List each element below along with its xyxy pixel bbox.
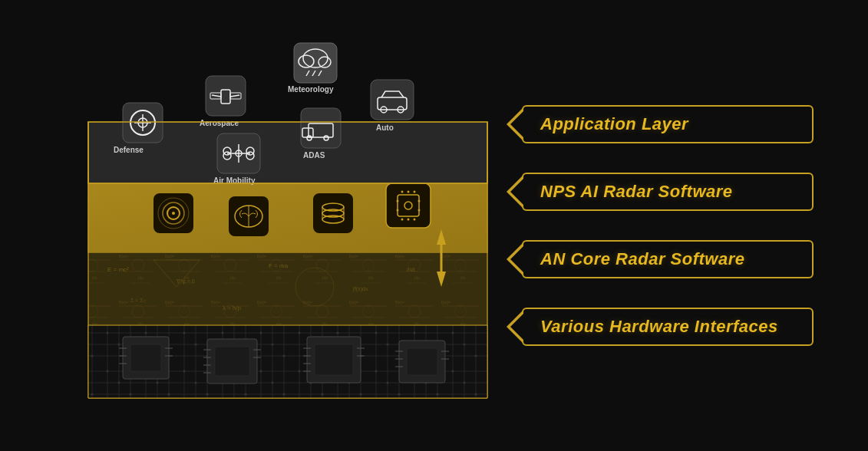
isometric-diagram: f(x)= ∫dx: [23, 18, 499, 433]
svg-text:∂/∂t: ∂/∂t: [407, 267, 415, 272]
svg-text:λ = h/p: λ = h/p: [223, 305, 242, 311]
svg-point-68: [172, 212, 175, 215]
svg-text:Defense: Defense: [114, 146, 144, 154]
svg-text:E = mc²: E = mc²: [107, 266, 129, 273]
svg-rect-36: [315, 344, 353, 375]
labels-panel: Application Layer NPS AI Radar Software …: [499, 105, 837, 346]
main-container: f(x)= ∫dx: [0, 0, 868, 451]
svg-text:Σ = Σ₀: Σ = Σ₀: [130, 298, 146, 303]
svg-rect-21: [130, 344, 161, 371]
svg-text:∫f(x)dx: ∫f(x)dx: [352, 286, 368, 292]
svg-point-90: [414, 219, 416, 221]
svg-text:∇²φ = 0: ∇²φ = 0: [176, 278, 195, 285]
svg-rect-72: [313, 193, 353, 233]
label-badge-nps: NPS AI Radar Software: [522, 173, 814, 211]
label-badge-hardware: Various Hardware Interfaces: [522, 308, 814, 346]
svg-rect-78: [386, 183, 431, 228]
svg-text:ADAS: ADAS: [303, 151, 325, 160]
label-item-nps: NPS AI Radar Software: [522, 173, 837, 211]
label-badge-an-core: AN Core Radar Software: [522, 240, 814, 278]
label-item-hardware: Various Hardware Interfaces: [522, 308, 837, 346]
svg-text:Auto: Auto: [376, 123, 394, 132]
label-badge-application: Application Layer: [522, 105, 814, 143]
svg-point-87: [414, 191, 416, 193]
hardware-interfaces-label: Various Hardware Interfaces: [540, 317, 778, 336]
nps-ai-radar-label: NPS AI Radar Software: [540, 182, 733, 201]
svg-rect-44: [407, 348, 437, 375]
label-item-application: Application Layer: [522, 105, 837, 143]
svg-rect-28: [215, 347, 249, 376]
svg-point-86: [408, 191, 410, 193]
svg-rect-102: [206, 76, 246, 116]
label-item-an-core: AN Core Radar Software: [522, 240, 837, 278]
svg-text:F = ma: F = ma: [269, 262, 289, 269]
an-core-radar-label: AN Core Radar Software: [540, 249, 745, 268]
svg-point-89: [408, 219, 410, 221]
application-layer-label: Application Layer: [540, 114, 688, 133]
svg-text:Meteorology: Meteorology: [288, 85, 334, 94]
svg-point-85: [401, 191, 404, 193]
svg-text:Aerospace: Aerospace: [200, 119, 239, 127]
svg-point-88: [401, 219, 404, 221]
